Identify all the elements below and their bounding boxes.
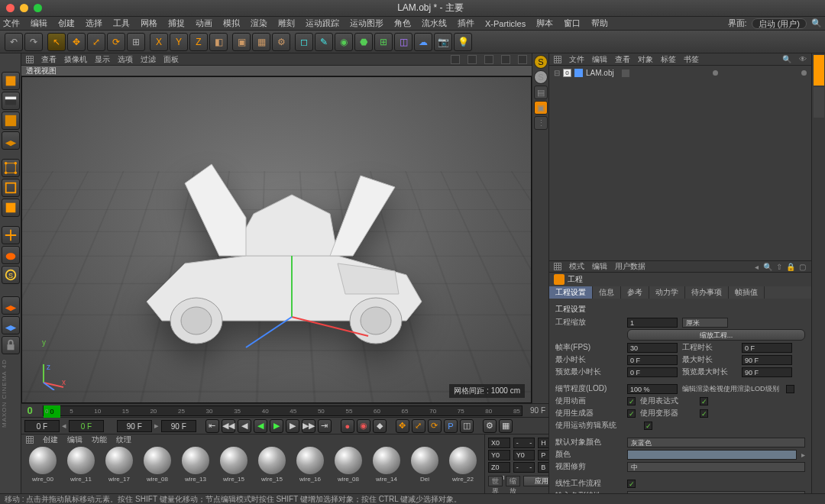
material-item[interactable]: wire_00 <box>24 447 61 492</box>
om-filter-1[interactable]: S <box>534 55 548 69</box>
om-item-lam[interactable]: ⊟ 0 LAM.obj <box>554 69 807 77</box>
array-button[interactable]: ⊞ <box>374 33 393 51</box>
menu-select[interactable]: 选择 <box>86 18 102 29</box>
edges-mode-button[interactable] <box>2 179 20 197</box>
menu-edit[interactable]: 编辑 <box>31 18 47 29</box>
primitive-pen-button[interactable]: ✎ <box>315 33 333 51</box>
preview-max-field[interactable]: 90 F <box>742 367 792 377</box>
coord-sy[interactable]: Y0 cm <box>513 450 535 460</box>
menu-file[interactable]: 文件 <box>3 18 20 29</box>
menu-xparticles[interactable]: X-Particles <box>485 19 526 28</box>
nurbs-button[interactable]: ◉ <box>335 33 353 51</box>
select-tool[interactable]: ↖ <box>47 33 66 51</box>
menu-pipeline[interactable]: 流水线 <box>422 18 447 29</box>
menu-tools[interactable]: 工具 <box>113 18 130 29</box>
texture-mode-button[interactable] <box>2 111 20 130</box>
material-item[interactable]: wire_14 <box>368 447 405 492</box>
workplane-button[interactable] <box>2 131 20 150</box>
keyframe-sel-button[interactable]: ◆ <box>373 419 387 433</box>
vp-layout-4[interactable] <box>501 55 510 64</box>
rotate-tool[interactable]: ⟳ <box>107 33 125 51</box>
record-button[interactable]: ● <box>341 419 354 433</box>
light-button[interactable]: 💡 <box>454 33 472 51</box>
snap-toggle-button[interactable]: S <box>2 266 20 284</box>
menu-motion-tracker[interactable]: 运动跟踪 <box>306 18 339 29</box>
menu-render[interactable]: 渲染 <box>251 18 267 29</box>
menu-sculpt[interactable]: 雕刻 <box>278 18 295 29</box>
vp-menu-filter[interactable]: 过滤 <box>141 54 156 65</box>
am-tab-project[interactable]: 工程设置 <box>549 286 593 299</box>
menu-help[interactable]: 帮助 <box>591 18 608 29</box>
coord-x[interactable]: X0 cm <box>488 438 510 448</box>
menu-simulate[interactable]: 模拟 <box>223 18 240 29</box>
vp-menu-display[interactable]: 显示 <box>95 54 110 65</box>
material-item[interactable]: wire_15 <box>215 447 252 492</box>
linear-workflow-checkbox[interactable]: ✓ <box>627 480 636 488</box>
vp-menu-panel[interactable]: 面板 <box>163 54 179 65</box>
am-menu-edit[interactable]: 编辑 <box>592 261 607 272</box>
om-menu-objects[interactable]: 对象 <box>638 54 653 65</box>
project-scale-field[interactable]: 1 <box>627 318 678 328</box>
make-editable-button[interactable] <box>2 72 20 90</box>
preview-min-field[interactable]: 0 F <box>627 367 678 377</box>
frame-preview-end[interactable]: 90 F <box>117 420 152 432</box>
am-tab-info[interactable]: 信息 <box>593 286 621 299</box>
render-settings-button[interactable]: ⚙ <box>272 33 290 51</box>
render-lod-checkbox[interactable] <box>786 385 794 393</box>
material-list[interactable]: wire_00wire_11wire_17wire_08wire_13wire_… <box>21 445 484 493</box>
planar-workplane-button[interactable] <box>2 316 20 334</box>
coord-y[interactable]: Y0 cm <box>488 450 510 460</box>
environment-button[interactable]: ☁ <box>414 33 432 51</box>
search-icon[interactable]: 🔍 <box>811 18 822 28</box>
prev-frame-button[interactable]: ◀ <box>238 419 251 433</box>
key-param-button[interactable]: P <box>444 419 458 433</box>
material-item[interactable]: wire_17 <box>101 447 138 492</box>
close-window-button[interactable] <box>6 4 15 12</box>
frame-current-field[interactable]: 0 F <box>69 420 104 432</box>
om-eye-icon[interactable]: 👁 <box>799 55 807 63</box>
view-clip-dropdown[interactable]: 中 <box>627 462 805 472</box>
axis-y-toggle[interactable]: Y <box>170 33 188 51</box>
use-expressions-checkbox[interactable]: ✓ <box>700 397 708 405</box>
coord-sx[interactable]: -- <box>513 438 535 448</box>
scale-tool[interactable]: ⤢ <box>87 33 105 51</box>
om-vis-top[interactable] <box>713 70 718 76</box>
maximize-window-button[interactable] <box>34 4 42 12</box>
undo-button[interactable]: ↶ <box>5 33 23 51</box>
am-nav-back[interactable]: ◂ <box>752 263 761 271</box>
locked-workplane-button[interactable] <box>2 296 20 315</box>
vp-menu-cameras[interactable]: 摄像机 <box>64 54 87 65</box>
om-item-name[interactable]: LAM.obj <box>586 69 614 77</box>
frame-end-field[interactable]: 90 F <box>161 420 196 432</box>
vp-menu-view[interactable]: 查看 <box>41 54 57 65</box>
menu-mesh[interactable]: 网格 <box>141 18 157 29</box>
key-rot-button[interactable]: ⟳ <box>428 419 442 433</box>
max-time-field[interactable]: 90 F <box>742 355 792 365</box>
axis-x-toggle[interactable]: X <box>150 33 168 51</box>
menu-window[interactable]: 窗口 <box>564 18 581 29</box>
key-scale-button[interactable]: ⤢ <box>412 419 425 433</box>
use-animation-checkbox[interactable]: ✓ <box>627 397 636 405</box>
object-manager[interactable]: ⊟ 0 LAM.obj <box>549 66 811 260</box>
vp-menu-options[interactable]: 选项 <box>118 54 133 65</box>
use-generators-checkbox[interactable]: ✓ <box>627 409 636 418</box>
mat-menu-edit[interactable]: 编辑 <box>67 435 82 445</box>
camera-button[interactable]: 📷 <box>434 33 452 51</box>
menu-create[interactable]: 创建 <box>58 18 75 29</box>
key-pos-button[interactable]: ✥ <box>396 419 409 433</box>
om-filter-2[interactable]: S <box>534 70 548 84</box>
points-mode-button[interactable] <box>2 159 20 177</box>
goto-start-button[interactable]: ⇤ <box>205 419 219 433</box>
om-menu-file[interactable]: 文件 <box>569 54 584 65</box>
dock-tab-2[interactable] <box>814 87 824 118</box>
material-item[interactable]: wire_11 <box>63 447 99 492</box>
scale-project-button[interactable]: 缩放工程... <box>627 329 805 341</box>
menu-script[interactable]: 脚本 <box>536 18 553 29</box>
min-time-field[interactable]: 0 F <box>627 355 678 365</box>
axis-z-toggle[interactable]: Z <box>189 33 208 51</box>
move-tool[interactable]: ✥ <box>67 33 86 51</box>
viewport-solo-button[interactable] <box>2 246 20 264</box>
material-item[interactable]: wire_08 <box>330 447 367 492</box>
grip-icon[interactable] <box>554 56 561 63</box>
am-new-icon[interactable]: ▢ <box>798 263 807 271</box>
